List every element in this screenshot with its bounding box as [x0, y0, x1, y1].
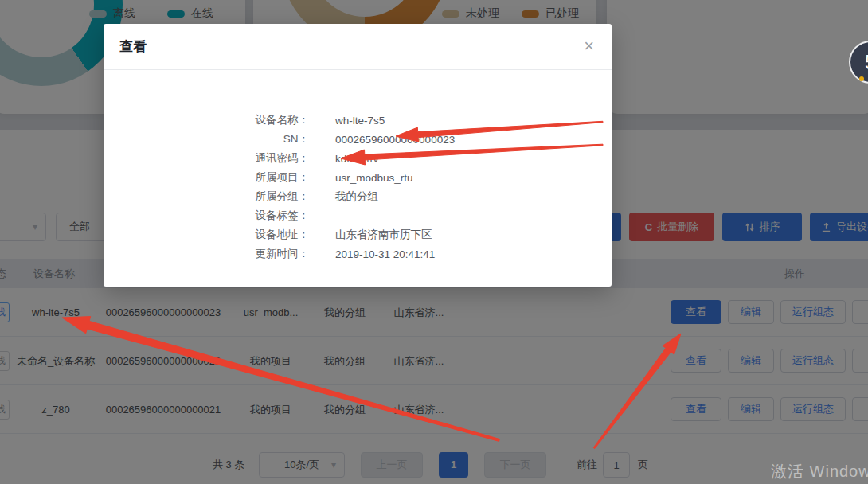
field-label: 设备地址：	[104, 228, 309, 242]
step-badge-dot	[859, 76, 864, 81]
field-update-time: 更新时间： 2019-10-31 20:41:41	[104, 244, 612, 263]
field-label: SN：	[104, 132, 309, 146]
field-address: 设备地址： 山东省济南市历下区	[104, 225, 612, 244]
field-comm-password: 通讯密码： kdfolzmV	[104, 149, 612, 168]
view-device-modal: 查看 × 设备名称： wh-lte-7s5 SN： 00026596000000…	[104, 24, 612, 287]
modal-title: 查看	[119, 24, 147, 70]
field-value: wh-lte-7s5	[335, 115, 385, 127]
field-value: 我的分组	[335, 189, 378, 204]
modal-header: 查看 ×	[104, 24, 612, 70]
step-badge-number: 5	[865, 51, 868, 74]
field-project: 所属项目： usr_modbus_rtu	[104, 168, 612, 187]
field-device-name: 设备名称： wh-lte-7s5	[104, 111, 612, 130]
device-management-page: 离线 在线 未处理 已处理 ▾ 全部	[0, 0, 868, 484]
field-value: usr_modbus_rtu	[335, 172, 413, 184]
field-label: 所属分组：	[104, 189, 309, 204]
field-sn: SN： 00026596000000000023	[104, 130, 612, 149]
field-value: 2019-10-31 20:41:41	[335, 248, 435, 260]
field-label: 设备名称：	[104, 113, 309, 127]
field-tags: 设备标签：	[104, 206, 612, 225]
close-icon[interactable]: ×	[584, 36, 594, 57]
field-group: 所属分组： 我的分组	[104, 187, 612, 206]
field-value: kdfolzmV	[335, 153, 380, 165]
device-detail-fields: 设备名称： wh-lte-7s5 SN： 0002659600000000002…	[104, 111, 612, 263]
field-label: 所属项目：	[104, 170, 309, 185]
field-label: 更新时间：	[104, 247, 309, 261]
field-value: 山东省济南市历下区	[335, 228, 432, 242]
field-value: 00026596000000000023	[335, 134, 455, 146]
windows-activation-watermark: 激活 Windows	[771, 461, 868, 482]
field-label: 通讯密码：	[104, 151, 309, 166]
field-label: 设备标签：	[104, 209, 309, 223]
